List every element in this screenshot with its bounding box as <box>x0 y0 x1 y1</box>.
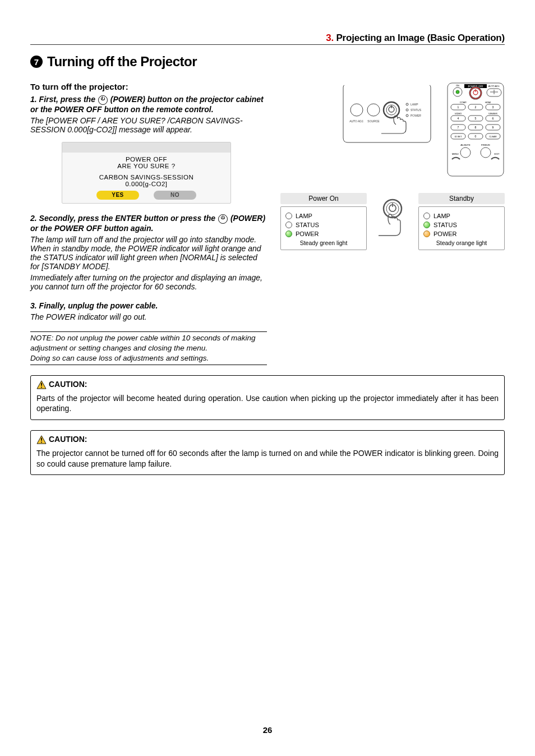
standby-footer: Steady orange light <box>423 239 500 246</box>
svg-point-2 <box>384 102 399 118</box>
caution-box-1: CAUTION: Parts of the projector will bec… <box>30 375 505 420</box>
svg-text:7: 7 <box>458 126 459 129</box>
chapter-header: 3. Projecting an Image (Basic Operation) <box>30 33 505 45</box>
step1-desc: The [POWER OFF / ARE YOU SURE? /CARBON S… <box>30 116 267 134</box>
svg-text:8: 8 <box>475 126 477 129</box>
dialog-line2: ARE YOU SURE ? <box>62 163 230 169</box>
step2-desc2: Immediately after turning on the project… <box>30 273 267 291</box>
status-led-green <box>423 222 430 228</box>
svg-text:0: 0 <box>475 135 477 138</box>
note-line2: Doing so can cause loss of adjustments a… <box>30 353 267 363</box>
svg-point-8 <box>406 109 408 111</box>
svg-point-52 <box>460 147 471 158</box>
page-number: 26 <box>0 725 535 735</box>
warning-icon <box>36 435 47 444</box>
svg-text:AUTO ADJ.: AUTO ADJ. <box>488 85 500 87</box>
dialog-no-button[interactable]: NO <box>154 191 196 200</box>
caution2-label: CAUTION: <box>49 434 87 445</box>
svg-text:CLEAR: CLEAR <box>489 135 496 138</box>
svg-text:3: 3 <box>492 105 494 109</box>
svg-text:LAMP: LAMP <box>411 103 418 106</box>
svg-text:HDMI: HDMI <box>485 101 491 104</box>
lamp-led-off <box>423 213 430 219</box>
caution1-label: CAUTION: <box>49 379 87 390</box>
power-led-orange <box>423 231 430 237</box>
poweroff-dialog: POWER OFF ARE YOU SURE ? CARBON SAVINGS-… <box>62 142 231 204</box>
remote-illustration: ON POWER OFF AUTO ADJ. COMP. HDMI 1 <box>446 82 505 177</box>
svg-text:EXIT: EXIT <box>495 153 500 155</box>
svg-text:POWER: POWER <box>411 114 421 117</box>
caution-box-2: CAUTION: The projector cannot be turned … <box>30 430 505 475</box>
standby-header: Standby <box>418 193 505 204</box>
svg-text:MENU: MENU <box>452 153 459 155</box>
step2-lead: 2. <box>30 214 37 223</box>
svg-text:VIDEO: VIDEO <box>455 112 462 115</box>
svg-point-0 <box>350 104 363 116</box>
svg-text:COMP.: COMP. <box>460 101 467 104</box>
caution1-text: Parts of the projector will become heate… <box>36 393 499 414</box>
intro-heading: To turn off the projector: <box>30 82 267 91</box>
lamp-led-off <box>285 213 292 219</box>
step2-desc1: The lamp will turn off and the projector… <box>30 235 267 271</box>
svg-text:ON: ON <box>456 84 459 87</box>
svg-point-6 <box>406 103 408 105</box>
chapter-number: 3. <box>326 33 334 43</box>
svg-text:6: 6 <box>492 117 494 120</box>
poweron-header: Power On <box>280 193 367 204</box>
note-line1: NOTE: Do not unplug the power cable with… <box>30 333 267 353</box>
dialog-line3: CARBON SAVINGS-SESSION <box>62 174 230 181</box>
svg-text:AV-MUTE: AV-MUTE <box>460 144 471 146</box>
step1-text-a: First, press the <box>39 95 95 104</box>
svg-text:STATUS: STATUS <box>411 108 422 112</box>
svg-text:1: 1 <box>458 105 459 109</box>
press-power-illustration <box>376 196 409 247</box>
section-title: Turning off the Projector <box>47 54 197 70</box>
svg-text:9: 9 <box>492 126 494 129</box>
svg-text:VIEWER: VIEWER <box>488 112 497 115</box>
dialog-line4: 0.000[g-CO2] <box>62 181 230 187</box>
svg-point-10 <box>406 114 408 117</box>
note-block: NOTE: Do not unplug the power cable with… <box>30 331 267 366</box>
status-led-off <box>285 222 292 228</box>
svg-point-1 <box>367 104 380 116</box>
svg-rect-60 <box>41 386 42 388</box>
svg-point-53 <box>481 147 491 158</box>
state-comparison: Power On LAMP STATUS POWER Steady green … <box>280 193 505 250</box>
warning-icon <box>36 380 47 389</box>
caution2-text: The projector cannot be turned off for 6… <box>36 448 499 469</box>
chapter-title: Projecting an Image (Basic Operation) <box>336 33 505 43</box>
dialog-line1: POWER OFF <box>62 156 230 163</box>
step3-desc: The POWER indicator will go out. <box>30 312 267 321</box>
power-icon <box>218 214 228 224</box>
step3-lead: 3. <box>30 301 37 310</box>
step3-text: Finally, unplug the power cable. <box>39 301 158 310</box>
svg-text:FREEZE: FREEZE <box>481 144 490 146</box>
svg-rect-63 <box>41 441 42 442</box>
section-bullet: 7 <box>30 56 43 68</box>
svg-rect-59 <box>41 382 42 385</box>
svg-rect-62 <box>41 437 42 440</box>
svg-text:SOURCE: SOURCE <box>367 119 380 123</box>
dialog-yes-button[interactable]: YES <box>96 191 139 200</box>
step2-text-a: Secondly, press the ENTER button or pres… <box>39 214 216 223</box>
step1-lead: 1. <box>30 95 37 104</box>
svg-text:5: 5 <box>475 117 477 120</box>
poweron-footer: Steady green light <box>285 239 362 246</box>
svg-rect-12 <box>448 83 504 176</box>
svg-text:AUTO ADJ.: AUTO ADJ. <box>349 119 364 123</box>
svg-point-14 <box>456 90 459 94</box>
svg-text:4: 4 <box>458 117 459 120</box>
svg-text:ID SET: ID SET <box>455 135 462 138</box>
power-icon <box>98 95 108 105</box>
svg-text:2: 2 <box>475 105 477 109</box>
power-led-green <box>285 231 292 237</box>
projector-panel-illustration: AUTO ADJ. SOURCE LAMP STATUS POWER <box>342 82 432 145</box>
